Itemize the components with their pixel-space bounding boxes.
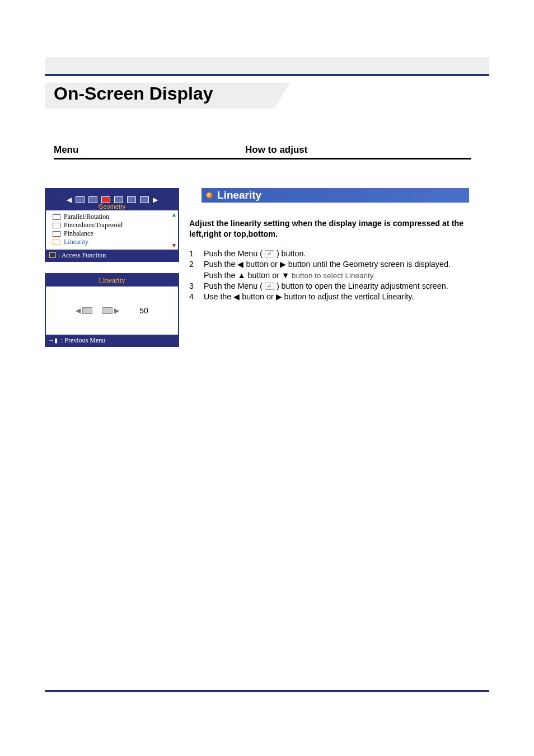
header-gray-band [45, 57, 489, 74]
osd-menu-footer: : Access Function [46, 250, 178, 261]
section-title: Linearity [217, 189, 261, 201]
step-text-part: Push the ◀ button or ▶ button until the … [204, 260, 451, 269]
step-row: 4 Use the ◀ button or ▶ button to adjust… [189, 292, 480, 302]
step-text: Use the ◀ button or ▶ button to adjust t… [204, 292, 480, 302]
osd-adjust-title: Linearity [46, 274, 178, 287]
step-text: Push the Menu ( ) button to open the Lin… [204, 281, 480, 292]
menu-item-label: Parallel/Rotation [64, 213, 109, 221]
step-text-part: Push the Menu ( [204, 249, 263, 258]
step-text-part: ) button. [277, 249, 306, 258]
menu-item-label: Pinbalance [64, 229, 93, 238]
osd-adjust-screenshot: Linearity ◀ ▶ 50 →▮ : Previous Menu [45, 273, 179, 347]
step-row: 1 Push the Menu ( ) button. [189, 248, 480, 259]
osd-tab-icon [127, 196, 136, 203]
menu-item-label: Linearity [64, 238, 88, 246]
slider-right: ▶ [102, 307, 119, 314]
osd-tab-icon [76, 196, 85, 203]
scroll-down-icon: ▼ [171, 242, 177, 248]
slider-left: ◀ [76, 307, 92, 314]
osd-menu-footer-text: : Access Function [58, 251, 106, 260]
step-text: Push the Menu ( ) button. [204, 248, 480, 259]
bullet-icon [206, 192, 213, 199]
enter-icon [49, 252, 56, 258]
osd-menu-item: Pincushion/Trapezoid [53, 221, 174, 229]
menu-item-icon [53, 223, 60, 228]
column-header-menu: Menu [54, 144, 78, 156]
section-header: Linearity [202, 188, 469, 203]
step-text: Push the ◀ button or ▶ button until the … [204, 259, 480, 281]
column-header-how-to-adjust: How to adjust [245, 144, 307, 156]
menu-item-icon [53, 214, 60, 220]
osd-tab-icon-rgb [101, 196, 110, 203]
page-title: On-Screen Display [54, 83, 213, 104]
osd-category-label: Geometry [46, 203, 178, 210]
menu-item-icon [53, 231, 60, 237]
osd-menu-screenshot: ◀ ▶ Geometry ▲ Parallel/Rotation Pincush… [45, 188, 179, 262]
section-description: Adjust the linearity setting when the di… [189, 218, 480, 240]
osd-tab-icon [114, 196, 123, 203]
menu-button-icon [265, 250, 274, 257]
osd-menu-item: Parallel/Rotation [53, 213, 174, 221]
instruction-steps: 1 Push the Menu ( ) button. 2 Push the ◀… [189, 248, 480, 302]
osd-menu-body: ▲ Parallel/Rotation Pincushion/Trapezoid… [46, 210, 178, 250]
osd-adjust-value: 50 [139, 306, 148, 315]
step-number: 3 [189, 281, 194, 292]
osd-tab-icon [140, 196, 149, 203]
menu-item-icon [53, 240, 60, 245]
step-text-part: ) button to open the Linearity adjustmen… [277, 281, 448, 290]
column-header-rule [54, 158, 471, 159]
osd-menu-item: Pinbalance [53, 229, 174, 238]
step-number: 2 [189, 259, 194, 281]
right-arrow-icon: ▶ [114, 307, 119, 314]
step-row: 2 Push the ◀ button or ▶ button until th… [189, 259, 480, 281]
slider-box-icon [82, 307, 92, 314]
step-row: 3 Push the Menu ( ) button to open the L… [189, 281, 480, 292]
menu-button-icon [265, 283, 274, 290]
step-text-part: Push the ▲ button or ▼ [204, 271, 289, 280]
step-number: 1 [189, 248, 194, 259]
osd-adjust-body: ◀ ▶ 50 [46, 287, 178, 335]
osd-tabbar: ◀ ▶ Geometry [46, 189, 178, 210]
back-arrow-icon: →▮ [48, 337, 58, 344]
osd-adjust-footer-text: : Previous Menu [61, 336, 105, 345]
menu-item-label: Pincushion/Trapezoid [64, 221, 123, 229]
title-band-tab [274, 83, 290, 109]
left-arrow-icon: ◀ [76, 307, 81, 314]
osd-menu-item-selected: Linearity [53, 238, 174, 246]
slider-box-icon [102, 307, 113, 314]
step-text-part: button to select Linearity. [292, 271, 375, 280]
osd-adjust-footer: →▮ : Previous Menu [46, 335, 178, 346]
left-arrow-icon: ◀ [67, 196, 72, 204]
right-arrow-icon: ▶ [153, 196, 158, 204]
footer-rule [45, 690, 489, 692]
scroll-up-icon: ▲ [171, 212, 177, 218]
step-text-part: Push the Menu ( [204, 281, 263, 290]
step-number: 4 [189, 292, 194, 302]
osd-tab-icon [88, 196, 97, 203]
header-rule [45, 74, 489, 76]
